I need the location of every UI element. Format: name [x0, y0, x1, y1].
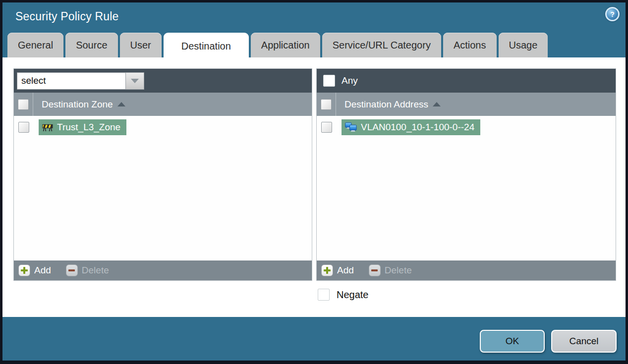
address-list: VLAN0100_10-1-100-0--24 [317, 116, 616, 260]
destination-address-panel: Any Destination Address [316, 68, 616, 281]
zone-filter-input[interactable] [17, 72, 125, 90]
address-row-checkbox[interactable] [321, 122, 332, 133]
sort-ascending-icon[interactable] [117, 102, 125, 106]
network-address-icon [345, 122, 357, 132]
address-add-label: Add [337, 265, 354, 276]
address-delete-label: Delete [385, 265, 412, 276]
zone-barricade-icon [42, 123, 53, 132]
zone-row-check-cell [14, 122, 33, 133]
zone-filter-dropdown-button[interactable] [125, 72, 144, 90]
delete-minus-icon [66, 264, 78, 276]
negate-row: Negate [318, 289, 369, 301]
tab-user[interactable]: User [120, 33, 162, 57]
zone-delete-button[interactable]: Delete [66, 264, 109, 276]
help-icon-glyph: ? [607, 8, 618, 20]
zone-chip[interactable]: Trust_L3_Zone [39, 119, 126, 135]
tab-destination[interactable]: Destination [164, 33, 249, 60]
delete-minus-icon [369, 264, 381, 276]
zone-delete-label: Delete [82, 265, 109, 276]
address-column-label[interactable]: Destination Address [344, 99, 428, 110]
address-add-button[interactable]: Add [321, 264, 354, 276]
tab-service-url-category[interactable]: Service/URL Category [322, 33, 441, 57]
zone-column-header: Destination Zone [14, 93, 312, 116]
dialog-title: Security Policy Rule [15, 10, 119, 23]
zone-row[interactable]: Trust_L3_Zone [14, 116, 312, 135]
add-plus-icon [321, 264, 333, 276]
zone-filter-combo [17, 72, 144, 90]
dialog-background: Security Policy Rule ? General Source Us… [2, 2, 626, 361]
cancel-button[interactable]: Cancel [551, 330, 617, 353]
tab-source[interactable]: Source [65, 33, 117, 57]
address-chip[interactable]: VLAN0100_10-1-100-0--24 [342, 119, 480, 135]
any-checkbox[interactable] [323, 75, 335, 87]
zone-panel-footer: Add Delete [14, 260, 312, 280]
negate-label: Negate [337, 289, 369, 301]
chevron-down-icon [131, 79, 139, 83]
security-policy-rule-dialog: Security Policy Rule ? General Source Us… [0, 0, 628, 364]
zone-panel-header [14, 69, 312, 93]
address-panel-footer: Add Delete [317, 260, 616, 280]
tab-usage[interactable]: Usage [499, 33, 548, 57]
zone-select-all-cell [14, 93, 33, 116]
ok-button[interactable]: OK [480, 330, 545, 353]
address-delete-button[interactable]: Delete [369, 264, 412, 276]
address-name: VLAN0100_10-1-100-0--24 [361, 121, 474, 133]
zone-list: Trust_L3_Zone [14, 116, 312, 260]
zone-add-label: Add [34, 265, 51, 276]
sort-ascending-icon[interactable] [433, 102, 441, 106]
any-row: Any [320, 75, 358, 87]
address-select-all-checkbox[interactable] [321, 99, 332, 110]
titlebar: Security Policy Rule ? [2, 2, 626, 32]
address-row-check-cell [317, 122, 336, 133]
negate-checkbox[interactable] [318, 289, 330, 301]
tab-bar: General Source User Destination Applicat… [7, 33, 548, 60]
address-select-all-cell [317, 93, 336, 116]
destination-tab-content: Destination Zone [2, 57, 626, 317]
tab-application[interactable]: Application [251, 33, 320, 57]
zone-row-checkbox[interactable] [18, 122, 29, 133]
tab-general[interactable]: General [7, 33, 63, 57]
address-column-header: Destination Address [317, 93, 616, 116]
tab-actions[interactable]: Actions [443, 33, 497, 57]
zone-add-button[interactable]: Add [18, 264, 51, 276]
zone-column-label[interactable]: Destination Zone [42, 99, 113, 110]
help-icon[interactable]: ? [605, 7, 620, 21]
any-label: Any [342, 75, 358, 86]
zone-select-all-checkbox[interactable] [18, 99, 29, 110]
zone-name: Trust_L3_Zone [57, 121, 120, 133]
address-row[interactable]: VLAN0100_10-1-100-0--24 [317, 116, 616, 135]
address-panel-header: Any [317, 69, 616, 93]
destination-zone-panel: Destination Zone [13, 68, 312, 281]
add-plus-icon [18, 264, 30, 276]
